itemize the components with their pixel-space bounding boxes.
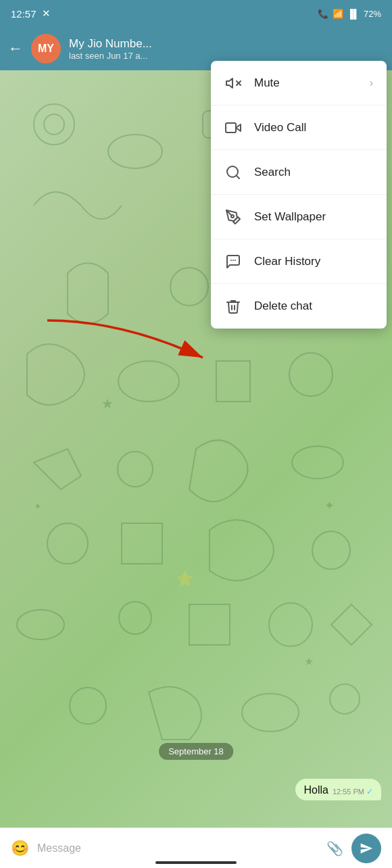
- svg-point-2: [108, 135, 162, 168]
- svg-point-10: [289, 353, 333, 396]
- svg-text:✦: ✦: [324, 499, 335, 512]
- svg-point-16: [119, 602, 151, 634]
- search-label: Search: [254, 166, 373, 179]
- mute-icon: [224, 74, 242, 92]
- message-text: Holla: [303, 784, 328, 796]
- svg-text:★: ★: [101, 396, 114, 411]
- svg-rect-32: [226, 123, 236, 132]
- svg-point-7: [170, 268, 208, 306]
- contact-status: last seen Jun 17 a...: [69, 51, 384, 61]
- header-info[interactable]: My Jio Numbe... last seen Jun 17 a...: [69, 37, 384, 61]
- svg-text:★: ★: [304, 656, 314, 667]
- status-bar-left: 12:57 ✕: [11, 7, 51, 20]
- search-icon: [224, 164, 242, 181]
- svg-point-18: [70, 688, 106, 724]
- svg-text:✦: ✦: [34, 501, 42, 512]
- svg-point-20: [330, 684, 360, 714]
- svg-point-1: [44, 114, 64, 135]
- status-app-icon: ✕: [42, 7, 51, 20]
- set-wallpaper-label: Set Wallpaper: [254, 210, 373, 224]
- status-time: 12:57: [11, 8, 36, 20]
- menu-item-mute[interactable]: Mute ›: [211, 61, 387, 105]
- message-bubble: Holla 12:55 PM ✓: [295, 779, 381, 800]
- svg-point-15: [17, 610, 64, 640]
- svg-point-0: [34, 104, 74, 145]
- svg-point-14: [312, 531, 350, 569]
- date-badge: September 18: [159, 743, 233, 760]
- red-arrow: [41, 314, 216, 368]
- menu-item-search[interactable]: Search: [211, 150, 387, 195]
- phone-icon: 📞: [318, 9, 328, 19]
- svg-point-17: [269, 603, 312, 646]
- menu-item-delete-chat[interactable]: Delete chat: [211, 284, 387, 329]
- status-bar: 12:57 ✕ 📞 📶 ▐▌ 72%: [0, 0, 392, 27]
- svg-point-12: [292, 446, 343, 479]
- home-indicator: [155, 861, 237, 864]
- delete-chat-label: Delete chat: [254, 299, 373, 313]
- attach-button[interactable]: 📎: [326, 840, 343, 857]
- back-button[interactable]: ←: [8, 40, 23, 57]
- message-input-placeholder[interactable]: Message: [37, 842, 318, 854]
- read-receipt: ✓: [366, 787, 373, 796]
- menu-item-clear-history[interactable]: Clear History: [211, 239, 387, 284]
- svg-point-13: [47, 523, 88, 564]
- signal-icon: ▐▌: [347, 9, 360, 19]
- send-button[interactable]: [351, 834, 381, 863]
- message-meta: 12:55 PM ✓: [333, 787, 373, 796]
- video-call-label: Video Call: [254, 121, 373, 135]
- context-menu: Mute › Video Call Search: [211, 61, 387, 329]
- clear-history-label: Clear History: [254, 255, 373, 268]
- clear-history-icon: [224, 253, 242, 270]
- contact-name: My Jio Numbe...: [69, 37, 258, 51]
- svg-text:⭐: ⭐: [176, 570, 195, 588]
- avatar: MY: [31, 34, 61, 64]
- svg-marker-28: [226, 78, 232, 88]
- battery-level: 72%: [364, 9, 381, 19]
- wallpaper-icon: [224, 208, 242, 226]
- svg-point-19: [242, 694, 299, 731]
- svg-point-11: [118, 452, 153, 487]
- delete-chat-icon: [224, 297, 242, 315]
- svg-point-35: [231, 215, 234, 218]
- mute-chevron: ›: [370, 77, 373, 89]
- video-call-icon: [224, 119, 242, 137]
- emoji-button[interactable]: 😊: [11, 840, 29, 857]
- wifi-icon: 📶: [333, 9, 343, 19]
- message-time: 12:55 PM: [333, 788, 364, 796]
- status-bar-right: 📞 📶 ▐▌ 72%: [318, 9, 381, 19]
- svg-marker-31: [236, 124, 241, 131]
- menu-item-set-wallpaper[interactable]: Set Wallpaper: [211, 195, 387, 239]
- menu-item-video-call[interactable]: Video Call: [211, 105, 387, 150]
- mute-label: Mute: [254, 76, 358, 90]
- svg-line-34: [237, 175, 239, 178]
